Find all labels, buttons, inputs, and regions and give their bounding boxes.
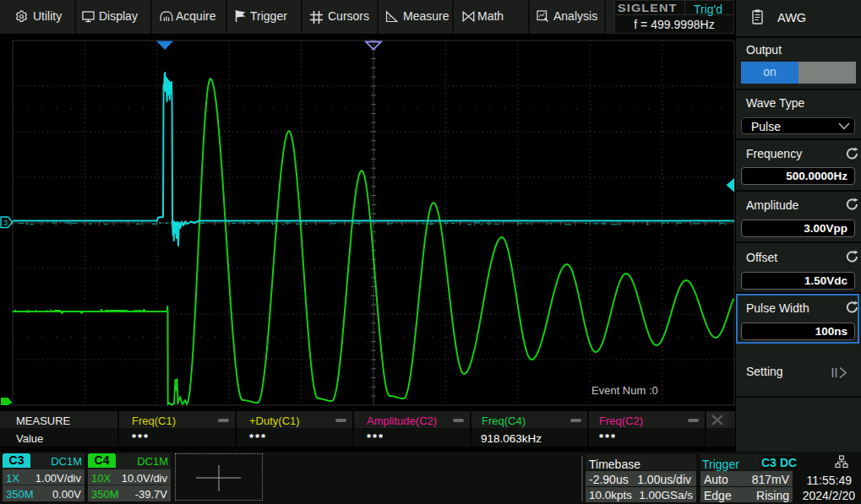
svg-text:3: 3 bbox=[3, 219, 8, 227]
